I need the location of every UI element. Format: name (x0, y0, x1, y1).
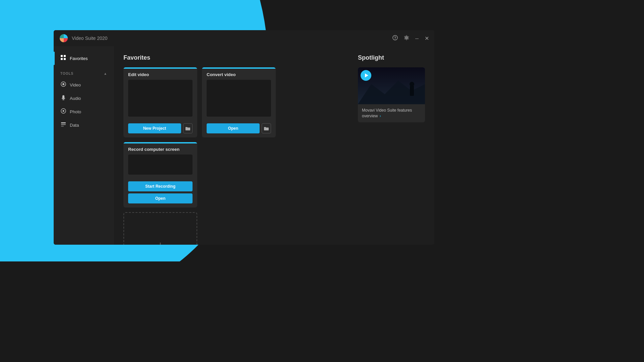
sidebar-item-video[interactable]: Video (54, 78, 114, 92)
chevron-up-icon: ▲ (104, 72, 107, 75)
record-screen-card: Record computer screen Start Recording O… (123, 142, 197, 207)
record-open-button[interactable]: Open (128, 193, 193, 203)
audio-label: Audio (70, 96, 81, 101)
record-screen-preview (128, 155, 193, 175)
tools-section-header: TOOLS ▲ (54, 68, 114, 78)
photo-label: Photo (70, 109, 81, 114)
new-project-button[interactable]: New Project (128, 123, 181, 133)
spotlight-section-title: Spotlight (358, 54, 425, 61)
edit-video-folder-button[interactable] (183, 123, 193, 133)
edit-video-actions: New Project (123, 123, 197, 137)
spotlight-play-button[interactable] (361, 70, 371, 81)
edit-video-preview (128, 80, 193, 117)
sidebar-item-favorites[interactable]: Favorites (54, 52, 114, 65)
sidebar-item-data[interactable]: Data (54, 118, 114, 132)
svg-rect-15 (61, 126, 64, 127)
cards-second-row: + (123, 212, 344, 245)
card-body: Edit video (123, 67, 197, 123)
convert-video-actions: Open (202, 123, 276, 137)
spotlight-section: Spotlight (358, 54, 425, 237)
sidebar-item-photo[interactable]: Photo (54, 105, 114, 118)
favorites-label: Favorites (70, 56, 88, 61)
card-indicator (202, 67, 276, 69)
card-body: Convert video (202, 67, 276, 123)
start-recording-button[interactable]: Start Recording (128, 181, 193, 191)
record-screen-title: Record computer screen (128, 147, 193, 152)
svg-rect-13 (61, 122, 66, 123)
favorites-section-title: Favorites (123, 54, 344, 61)
convert-video-preview (207, 80, 271, 117)
svg-rect-6 (64, 58, 66, 60)
convert-video-title: Convert video (207, 72, 271, 77)
spotlight-card[interactable]: Movavi Video Suite features overview › (358, 67, 425, 122)
cards-row: Edit video New Project (123, 67, 344, 207)
svg-rect-5 (61, 58, 63, 60)
favorites-icon (60, 55, 66, 62)
svg-rect-18 (410, 86, 414, 96)
svg-text:?: ? (394, 36, 396, 40)
app-logo (59, 34, 68, 43)
edit-video-card: Edit video New Project (123, 67, 197, 137)
card-indicator (123, 142, 197, 143)
data-icon (60, 122, 66, 128)
spotlight-info: Movavi Video Suite features overview › (358, 104, 425, 122)
favorites-section: Favorites Edit video New Project (123, 54, 344, 237)
record-screen-actions: Start Recording Open (123, 181, 197, 207)
convert-video-folder-button[interactable] (262, 123, 271, 133)
svg-rect-14 (61, 124, 66, 125)
main-window: Video Suite 2020 ? ─ ✕ (54, 30, 434, 245)
convert-video-card: Convert video Open (202, 67, 276, 137)
convert-open-button[interactable]: Open (207, 123, 260, 133)
card-body: Record computer screen (123, 142, 197, 181)
spotlight-video-title: Movavi Video Suite features overview › (362, 108, 421, 119)
svg-point-19 (410, 82, 414, 86)
settings-button[interactable] (404, 35, 409, 42)
edit-video-title: Edit video (128, 72, 193, 77)
card-indicator (123, 67, 197, 69)
sidebar-item-audio[interactable]: Audio (54, 92, 114, 105)
add-tool-card[interactable]: + (123, 212, 197, 245)
svg-rect-4 (64, 55, 66, 57)
window-controls: ? ─ ✕ (392, 35, 429, 42)
main-content: Favorites Edit video New Project (114, 46, 434, 245)
titlebar: Video Suite 2020 ? ─ ✕ (54, 30, 434, 46)
video-label: Video (70, 82, 81, 87)
app-title: Video Suite 2020 (72, 36, 107, 41)
photo-icon (60, 108, 66, 115)
spotlight-link[interactable]: › (380, 114, 381, 118)
close-button[interactable]: ✕ (425, 36, 429, 41)
add-icon: + (157, 239, 164, 245)
spotlight-thumbnail (358, 67, 425, 104)
svg-point-8 (62, 83, 64, 85)
video-icon (60, 81, 66, 88)
data-label: Data (70, 123, 79, 128)
audio-icon (60, 95, 66, 102)
svg-rect-3 (61, 55, 63, 57)
svg-point-12 (63, 110, 64, 112)
minimize-button[interactable]: ─ (415, 36, 419, 41)
window-body: Favorites TOOLS ▲ Video (54, 46, 434, 245)
help-button[interactable]: ? (392, 35, 398, 42)
sidebar: Favorites TOOLS ▲ Video (54, 46, 114, 245)
